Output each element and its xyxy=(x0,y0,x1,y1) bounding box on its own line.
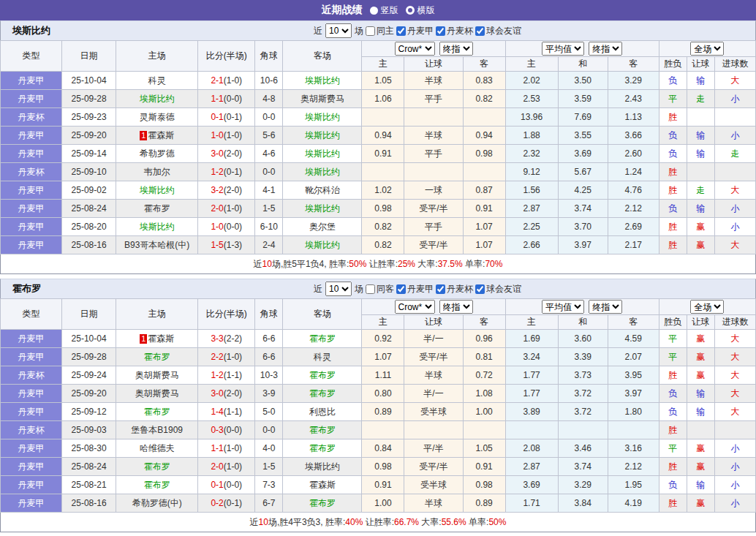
cell-score: 1-1(1-0) xyxy=(198,439,255,458)
cell-avg-away: 1.13 xyxy=(608,108,659,127)
cell-score: 1-4(1-1) xyxy=(198,403,255,421)
cell-result-handicap: 输 xyxy=(687,72,714,90)
same-venue-checkbox[interactable] xyxy=(366,284,375,294)
cell-avg-draw: 3.74 xyxy=(558,200,608,218)
th-odds-handicap: 让球 xyxy=(404,315,463,330)
cell-home-team: 希勒罗德 xyxy=(116,145,198,163)
same-venue-option[interactable]: 同客 xyxy=(365,283,394,295)
same-venue-option[interactable]: 同主 xyxy=(365,25,394,37)
cell-result-goals: 走 xyxy=(714,145,755,163)
league2-checkbox[interactable] xyxy=(436,284,445,294)
odds-final-select[interactable]: 终指 xyxy=(439,300,473,314)
match-row: 丹麦甲25-08-30哈维德夫1-1(1-0)4-0霍布罗0.84平/半1.05… xyxy=(1,439,756,458)
league3-checkbox[interactable] xyxy=(475,284,485,294)
cell-home-team: 霍布罗 xyxy=(116,348,198,366)
cell-odds-away: 0.81 xyxy=(463,348,505,366)
cell-date: 25-09-20 xyxy=(62,127,116,145)
odds-final-select[interactable]: 终指 xyxy=(439,42,473,56)
cell-avg-draw: 3.72 xyxy=(558,403,608,421)
avg-final-select[interactable]: 终指 xyxy=(589,42,622,56)
odds-company-select[interactable]: Crow* xyxy=(395,300,435,314)
cell-avg-away: 3.66 xyxy=(608,127,659,145)
cell-avg-draw: 3.72 xyxy=(558,385,608,403)
cell-corners: 2-4 xyxy=(255,236,283,254)
stats-summary-2: 近10场,胜4平3负3, 胜率:40% 让胜率:66.7% 大率:55.6% 单… xyxy=(0,513,756,532)
avg-final-select[interactable]: 终指 xyxy=(589,300,622,314)
cell-home-team: 1霍森斯 xyxy=(116,330,198,348)
cell-result-handicap: 赢 xyxy=(687,458,714,476)
cell-league: 丹麦杯 xyxy=(1,163,62,181)
league1-option[interactable]: 丹麦甲 xyxy=(396,283,434,295)
cell-score: 2-1(1-0) xyxy=(198,72,255,90)
league2-label: 丹麦杯 xyxy=(447,283,473,295)
cell-result-outcome: 胜 xyxy=(659,421,687,439)
match-row: 丹麦甲25-09-20奥胡斯费马3-0(2-0)3-9霍布罗0.80半/一1.0… xyxy=(1,385,756,403)
cell-result-goals: 小 xyxy=(714,127,755,145)
cell-league: 丹麦甲 xyxy=(1,236,62,254)
average-select[interactable]: 平均值 xyxy=(542,300,584,314)
league2-option[interactable]: 丹麦杯 xyxy=(435,283,473,295)
league2-checkbox[interactable] xyxy=(436,26,445,36)
league2-option[interactable]: 丹麦杯 xyxy=(435,25,473,37)
cell-score: 3-0(2-0) xyxy=(198,145,255,163)
radio-unchecked-icon xyxy=(406,6,415,15)
cell-home-team: 1霍森斯 xyxy=(116,127,198,145)
cell-avg-draw: 3.55 xyxy=(558,127,608,145)
same-venue-label: 同客 xyxy=(377,283,394,295)
cell-odds-away: 0.87 xyxy=(463,181,505,200)
layout-radio-vertical[interactable]: 竖版 xyxy=(370,4,398,17)
cell-result-outcome: 胜 xyxy=(659,181,687,200)
average-select[interactable]: 平均值 xyxy=(542,42,584,56)
cell-home-team: 埃斯比约 xyxy=(116,90,198,108)
cell-result-handicap: 赢 xyxy=(687,236,714,254)
cell-avg-away: 3.95 xyxy=(608,366,659,385)
cell-odds-away: 1.00 xyxy=(463,403,505,421)
league1-checkbox[interactable] xyxy=(396,284,406,294)
odds-company-select[interactable]: Crow* xyxy=(395,42,435,56)
cell-away-team: 埃斯比约 xyxy=(283,145,362,163)
scope-select[interactable]: 全场 xyxy=(690,300,724,314)
match-count-select[interactable]: 10 xyxy=(325,282,352,296)
radio-checked-icon xyxy=(370,7,378,15)
cell-avg-draw: 3.46 xyxy=(558,439,608,458)
cell-result-goals: 大 xyxy=(714,366,755,385)
th-result-goals: 进球数 xyxy=(714,57,755,72)
cell-date: 25-08-24 xyxy=(62,458,116,476)
cell-league: 丹麦甲 xyxy=(1,200,62,218)
league1-checkbox[interactable] xyxy=(396,26,406,36)
cell-result-handicap xyxy=(687,421,714,439)
league1-option[interactable]: 丹麦甲 xyxy=(396,25,434,37)
cell-avg-draw: 3.29 xyxy=(558,476,608,494)
th-odds-away: 客 xyxy=(463,315,505,330)
cell-corners: 4-1 xyxy=(255,181,283,200)
th-score: 比分(半场) xyxy=(198,41,255,72)
cell-date: 25-08-21 xyxy=(62,476,116,494)
cell-result-goals: 小 xyxy=(714,494,755,513)
match-row: 丹麦杯25-09-03堡鲁本B19090-3(0-0)0-0霍布罗胜 xyxy=(1,421,756,439)
cell-away-team: 埃斯比约 xyxy=(283,108,362,127)
cell-odds-away xyxy=(463,421,505,439)
league3-option[interactable]: 球会友谊 xyxy=(475,25,521,37)
cell-league: 丹麦杯 xyxy=(1,366,62,385)
match-row: 丹麦甲25-10-04科灵2-1(1-0)10-6埃斯比约1.05半球0.832… xyxy=(1,72,756,90)
cell-odds-home: 0.98 xyxy=(362,458,404,476)
cell-result-handicap xyxy=(687,163,714,181)
league3-option[interactable]: 球会友谊 xyxy=(475,283,521,295)
scope-select[interactable]: 全场 xyxy=(690,42,724,56)
match-row: 丹麦甲25-08-16希勒罗德(中)0-2(0-1)6-7霍布罗1.00半球0.… xyxy=(1,494,756,513)
league3-checkbox[interactable] xyxy=(475,26,485,36)
cell-date: 25-08-20 xyxy=(62,218,116,236)
cell-date: 25-09-03 xyxy=(62,421,116,439)
cell-result-goals: 大 xyxy=(714,181,755,200)
layout-radio-horizontal[interactable]: 横版 xyxy=(406,4,435,17)
cell-odds-handicap: 受平/半 xyxy=(404,236,463,254)
cell-result-goals: 大 xyxy=(714,403,755,421)
match-row: 丹麦杯25-09-23灵斯泰德0-1(0-1)0-0埃斯比约13.967.691… xyxy=(1,108,756,127)
cell-odds-handicap: 受平/半 xyxy=(404,348,463,366)
cell-odds-away: 0.91 xyxy=(463,200,505,218)
same-venue-checkbox[interactable] xyxy=(366,26,375,36)
cell-avg-draw: 3.69 xyxy=(558,145,608,163)
cell-away-team: 霍森斯 xyxy=(283,476,362,494)
match-count-select[interactable]: 10 xyxy=(325,23,352,38)
cell-corners: 0-0 xyxy=(255,421,283,439)
